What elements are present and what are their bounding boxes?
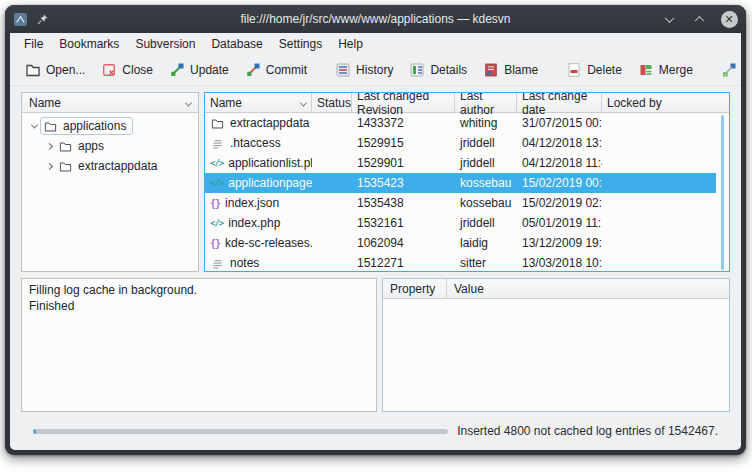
file-list-rows: extractappdata1433372whiting31/07/2015 0… xyxy=(205,113,716,272)
file-list-body: extractappdata1433372whiting31/07/2015 0… xyxy=(205,113,729,272)
open-button[interactable]: Open... xyxy=(18,59,92,81)
json-icon: {} xyxy=(210,238,220,249)
file-row-notes[interactable]: notes1512271sitter13/03/2018 10:26 xyxy=(205,253,716,272)
details-icon xyxy=(409,62,425,78)
menu-item-database[interactable]: Database xyxy=(203,34,270,54)
property-panel: Property Value xyxy=(382,278,730,412)
minimize-icon[interactable] xyxy=(660,10,678,28)
checkout-icon xyxy=(721,62,737,78)
sort-indicator-icon xyxy=(297,96,306,110)
php-icon: </> xyxy=(210,218,223,228)
value-column-header[interactable]: Value xyxy=(447,279,729,298)
workspace: Name applicationsappsextractappdata Name… xyxy=(10,86,741,450)
progress-bar xyxy=(33,429,448,434)
menu-item-help[interactable]: Help xyxy=(330,34,371,54)
column-header-last-changed-revision[interactable]: Last changed Revision xyxy=(352,93,455,112)
file-row-kde-sc-releases.json[interactable]: {}kde-sc-releases.json1062094laidig13/12… xyxy=(205,233,716,253)
tree-item-extractappdata[interactable]: extractappdata xyxy=(22,156,198,176)
app-icon xyxy=(13,12,28,26)
column-header-status[interactable]: Status xyxy=(312,93,352,112)
column-header-locked-by[interactable]: Locked by xyxy=(602,93,729,112)
tree-item-applications[interactable]: applications xyxy=(22,116,198,136)
checkout-button[interactable]: Checkout xyxy=(714,59,741,81)
folder-icon xyxy=(58,159,73,173)
svn-commit-icon xyxy=(245,62,261,78)
toolbar: Open...CloseUpdateCommitHistoryDetailsBl… xyxy=(10,55,741,86)
history-log-icon xyxy=(335,62,351,78)
status-message: Inserted 4800 not cached log entries of … xyxy=(457,424,718,438)
status-bar: Inserted 4800 not cached log entries of … xyxy=(21,412,730,450)
close-icon[interactable]: ✕ xyxy=(720,10,738,28)
delete-icon xyxy=(566,62,582,78)
update-button[interactable]: Update xyxy=(162,59,236,81)
collapse-icon[interactable] xyxy=(28,124,40,129)
open-folder-icon xyxy=(25,62,41,78)
file-row-applicationlist.php[interactable]: </>applicationlist.php1529901jriddell04/… xyxy=(205,153,716,173)
window-content: FileBookmarksSubversionDatabaseSettingsH… xyxy=(10,33,741,450)
blame-icon xyxy=(483,62,499,78)
expand-icon[interactable] xyxy=(43,144,55,149)
log-line: Filling log cache in background. xyxy=(29,283,369,299)
text-icon xyxy=(210,136,225,150)
php-icon: </> xyxy=(210,158,223,168)
pin-icon[interactable] xyxy=(35,12,50,26)
file-list-header: NameStatusLast changed RevisionLast auth… xyxy=(205,93,729,113)
property-panel-body xyxy=(383,299,729,411)
tree-header-label: Name xyxy=(29,96,61,110)
text-icon xyxy=(210,256,225,270)
history-button[interactable]: History xyxy=(328,59,400,81)
json-icon: {} xyxy=(210,198,220,209)
menu-item-bookmarks[interactable]: Bookmarks xyxy=(51,34,127,54)
file-row-index.php[interactable]: </>index.php1532161jriddell05/01/2019 11… xyxy=(205,213,716,233)
php-icon: </> xyxy=(210,178,223,188)
column-header-last-author[interactable]: Last author xyxy=(455,93,517,112)
progress-fill xyxy=(33,429,36,434)
titlebar[interactable]: file:///home/jr/src/www/www/applications… xyxy=(5,5,746,33)
delete-button[interactable]: Delete xyxy=(559,59,629,81)
merge-icon xyxy=(638,62,654,78)
file-list-panel: NameStatusLast changed RevisionLast auth… xyxy=(204,92,730,272)
blame-button[interactable]: Blame xyxy=(476,59,545,81)
tree-header[interactable]: Name xyxy=(22,93,198,113)
column-header-name[interactable]: Name xyxy=(205,93,312,112)
expand-icon[interactable] xyxy=(43,164,55,169)
column-header-last-change-date[interactable]: Last change date xyxy=(517,93,602,112)
kdesvn-window: file:///home/jr/src/www/www/applications… xyxy=(5,5,746,455)
details-button[interactable]: Details xyxy=(402,59,474,81)
menu-bar: FileBookmarksSubversionDatabaseSettingsH… xyxy=(10,33,741,55)
close-button[interactable]: Close xyxy=(94,59,160,81)
file-row-.htaccess[interactable]: .htaccess1529915jriddell04/12/2018 13:01 xyxy=(205,133,716,153)
merge-button[interactable]: Merge xyxy=(631,59,700,81)
log-line: Finished xyxy=(29,299,369,315)
svn-update-icon xyxy=(169,62,185,78)
menu-item-file[interactable]: File xyxy=(16,34,51,54)
tree-item-apps[interactable]: apps xyxy=(22,136,198,156)
sort-indicator-icon xyxy=(186,96,191,110)
menu-item-subversion[interactable]: Subversion xyxy=(127,34,203,54)
close-document-icon xyxy=(101,62,117,78)
file-row-applicationpage.php[interactable]: </>applicationpage.php1535423kossebau15/… xyxy=(205,173,716,193)
repository-tree-panel: Name applicationsappsextractappdata xyxy=(21,92,199,272)
folder-icon xyxy=(210,116,225,130)
file-row-extractappdata[interactable]: extractappdata1433372whiting31/07/2015 0… xyxy=(205,113,716,133)
folder-icon xyxy=(43,119,58,133)
property-column-header[interactable]: Property xyxy=(383,279,447,298)
menu-item-settings[interactable]: Settings xyxy=(271,34,330,54)
file-row-index.json[interactable]: {}index.json1535438kossebau15/02/2019 02… xyxy=(205,193,716,213)
maximize-icon[interactable] xyxy=(690,10,708,28)
tree-body: applicationsappsextractappdata xyxy=(22,113,198,176)
window-title: file:///home/jr/src/www/www/applications… xyxy=(5,12,746,26)
log-output-panel[interactable]: Filling log cache in background.Finished xyxy=(21,278,377,412)
folder-icon xyxy=(58,139,73,153)
commit-button[interactable]: Commit xyxy=(238,59,314,81)
vertical-scrollbar[interactable] xyxy=(721,115,724,270)
